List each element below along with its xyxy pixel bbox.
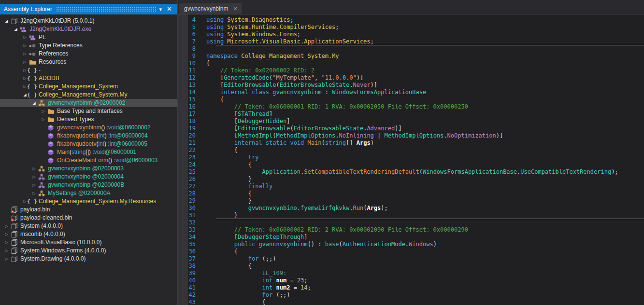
tree-item-node-references[interactable]: ▷References [0,50,177,58]
tree-item-method-main[interactable]: Main(string[]) : void @06000001 [0,148,177,156]
tree-item-file-payload-cleaned-bin[interactable]: payload-cleaned.bin [0,214,177,222]
method-icon [47,124,55,132]
code-line-33: 33 // Token: 0x06000002 RID: 2 RVA: 0x00… [188,226,644,234]
tree-item-node-base-type-and-interfaces[interactable]: ▷Base Type and Interfaces [0,107,177,115]
tree-item-assembly-j2ngqxmkkl0tdjr[interactable]: ◢J2ngQxmKkL0tDJR (5.0.0.1) [0,17,177,25]
expander-icon[interactable]: ▷ [3,230,10,238]
expander-icon[interactable]: ▷ [40,115,47,124]
tree-item-method-ctor[interactable]: gvwncnvxynbinm() : void @06000002 [0,124,177,132]
tab-gvwncnvxynbinm[interactable]: gvwncnvxynbinm ✕ [179,3,242,14]
code-token: System.Windows.Forms [227,31,297,38]
expander-icon[interactable]: ▷ [21,58,29,66]
tree-item-assembly-system-drawing[interactable]: ▷System.Drawing (4.0.0.0) [0,255,177,263]
code-token [206,103,234,110]
assembly-icon [10,231,18,238]
assembly-explorer-panel: Assembly Explorer ▾ ✕ ◢J2ngQxmKkL0tDJR (… [0,0,177,305]
code-token: = [290,284,301,291]
code-token: ; [290,16,293,23]
cls-icon [38,165,45,173]
tree-item-node-type-references[interactable]: ▷Type References [0,42,177,50]
tree-item-assembly-system-windows-forms[interactable]: ▷System.Windows.Forms (4.0.0.0) [0,247,177,255]
expander-icon[interactable]: ▷ [21,50,29,58]
expander-icon[interactable]: ◢ [3,17,10,25]
expander-icon[interactable]: ▷ [3,222,10,230]
tree-item-assembly-mscorlib[interactable]: ▷mscorlib (4.0.0.0) [0,230,177,238]
tree-item-method-ftkabnvqudoetv[interactable]: ftkabnvqudoetv(int) : int @06000005 [0,140,177,148]
tree-item-node-derived-types[interactable]: ▷Derived Types [0,115,177,124]
code-token: System.Diagnostics [227,16,290,23]
code-token: public [234,241,255,248]
decompiled-code: 4using System.Diagnostics;5using System.… [188,14,644,305]
expander-icon[interactable]: ◢ [30,99,38,107]
tree-item-assembly-microsoft-visualbasic[interactable]: ▷Microsoft.VisualBasic (10.0.0.0) [0,238,177,247]
assembly-explorer-header[interactable]: Assembly Explorer ▾ ✕ [0,4,177,14]
line-number: 35 [188,241,196,248]
line-number: 4 [188,16,196,24]
drag-grip[interactable] [56,7,157,12]
expander-icon[interactable]: ▷ [30,165,38,173]
code-editor[interactable]: 4using System.Diagnostics;5using System.… [178,14,644,305]
assembly-tree[interactable]: ◢J2ngQxmKkL0tDJR (5.0.0.1)◢J2ngQxmKkL0tD… [0,14,177,305]
tree-item-class-gvwncnvxynbinm[interactable]: ◢gvwncnvxynbinm @02000002 [0,99,177,107]
tree-item-namespace-adodb[interactable]: ▷{ }ADODB [0,74,177,83]
code-token: ) [371,139,374,146]
expander-icon[interactable]: ▷ [40,107,47,115]
tree-item-class-gvwncnvxynbino[interactable]: ▷gvwncnvxynbino @02000004 [0,173,177,181]
tree-item-namespace-dash[interactable]: ▷{ }- [0,66,177,74]
line-number: 18 [188,118,196,125]
tree-item-module-j2ngqxmkkl0tdjr-exe[interactable]: ◢J2ngQxmKkL0tDJR.exe [0,25,177,33]
expander-icon[interactable]: ◢ [12,25,19,33]
tree-item-class-gvwncnvxynbinp[interactable]: ▷gvwncnvxynbinp @0200000B [0,181,177,189]
tree-item-file-payload-bin[interactable]: payload.bin [0,206,177,214]
expander-icon[interactable]: ▷ [21,42,29,50]
code-token: EditorBrowsable [224,82,276,88]
panel-close-icon[interactable]: ✕ [164,4,174,14]
code-token: ; [297,31,301,38]
ns-icon: { } [29,91,36,99]
tree-item-assembly-system[interactable]: ▷System (4.0.0.0) [0,222,177,230]
expander-icon[interactable]: ▷ [3,255,10,263]
line-number: 31 [188,212,196,219]
tree-item-node-pe[interactable]: ▷PE [0,33,177,42]
tree-item-namespace-college-management-system[interactable]: ▷{ }College_Management_System [0,83,177,91]
expander-icon[interactable]: ▷ [30,173,38,181]
code-token [304,139,307,146]
code-token: void [290,139,304,146]
tree-item-class-mysettings[interactable]: ▷MySettings @0200000A [0,189,177,197]
panel-dropdown-icon[interactable]: ▾ [157,4,165,14]
expander-icon[interactable]: ▷ [3,247,10,255]
code-token [206,291,262,298]
code-token: ( [272,132,276,139]
line-number: 25 [188,168,196,176]
expander-icon[interactable]: ▷ [3,238,10,247]
tree-item-label: College_Management_System [39,83,118,91]
code-token: ] [286,118,290,125]
code-token: class [252,89,269,96]
tree-item-method-oncreatemainform[interactable]: OnCreateMainForm() : void @06000003 [0,156,177,165]
code-token: WindowsFormsApplicationBase [332,89,426,96]
tree-item-method-ftkabnvqudoetu[interactable]: ftkabnvqudoetu(int) : int @06000004 [0,132,177,140]
tree-item-namespace-college-management-system-my[interactable]: ◢{ }College_Management_System.My [0,91,177,99]
code-token: : [321,89,332,96]
code-token: ] [269,111,272,117]
tree-item-node-resources[interactable]: ▷Resources [0,58,177,66]
assembly-icon [10,255,18,263]
code-token: string [325,139,346,146]
line-number: 21 [188,139,196,147]
code-line-41: 41 int num2 = 14; [188,284,644,291]
clsp-icon [38,173,45,181]
code-token [206,241,234,248]
code-token [206,139,234,146]
expander-icon[interactable]: ▷ [30,189,38,197]
expander-icon[interactable]: ▷ [30,181,38,189]
line-number: 7 [188,38,196,45]
line-number: 10 [188,60,196,67]
tree-item-class-gvwncnvxynbinn[interactable]: ▷gvwncnvxynbinn @02000003 [0,165,177,173]
code-token: internal [220,89,248,96]
code-line-21: 21 internal static void Main(string[] Ar… [188,139,644,147]
tree-item-label: gvwncnvxynbinp @0200000B [48,181,124,189]
tab-close-icon[interactable]: ✕ [233,6,237,12]
tree-item-namespace-college-management-system-my-resources[interactable]: ▷{ }College_Management_System.My.Resourc… [0,197,177,206]
expander-icon[interactable]: ▷ [21,33,29,42]
code-token: gvwncnvxynbinm [258,241,307,248]
